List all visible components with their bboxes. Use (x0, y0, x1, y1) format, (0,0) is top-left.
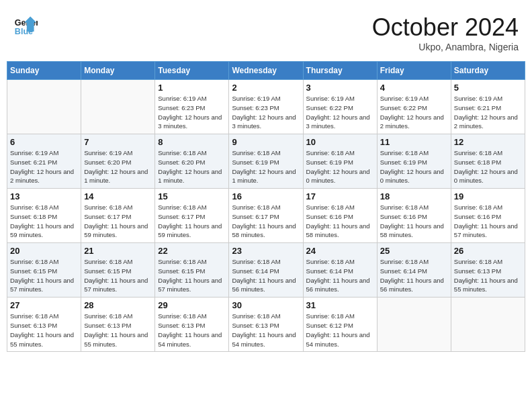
day-number: 30 (232, 300, 300, 310)
day-number: 4 (380, 83, 448, 93)
day-info: Sunrise: 6:18 AM Sunset: 6:14 PM Dayligh… (306, 257, 374, 294)
day-info: Sunrise: 6:18 AM Sunset: 6:13 PM Dayligh… (10, 312, 78, 349)
day-number: 29 (158, 300, 226, 310)
calendar-cell: 20Sunrise: 6:18 AM Sunset: 6:15 PM Dayli… (7, 243, 81, 298)
day-info: Sunrise: 6:18 AM Sunset: 6:19 PM Dayligh… (232, 148, 300, 185)
calendar-cell: 21Sunrise: 6:18 AM Sunset: 6:15 PM Dayli… (81, 243, 155, 298)
calendar-cell: 10Sunrise: 6:18 AM Sunset: 6:19 PM Dayli… (303, 134, 377, 189)
calendar-cell: 8Sunrise: 6:18 AM Sunset: 6:20 PM Daylig… (155, 134, 229, 189)
day-number: 21 (84, 246, 152, 256)
weekday-header-monday: Monday (81, 62, 155, 80)
day-number: 28 (84, 300, 152, 310)
calendar-cell: 22Sunrise: 6:18 AM Sunset: 6:15 PM Dayli… (155, 243, 229, 298)
calendar-week-row: 13Sunrise: 6:18 AM Sunset: 6:18 PM Dayli… (7, 189, 525, 243)
day-info: Sunrise: 6:18 AM Sunset: 6:15 PM Dayligh… (10, 257, 78, 294)
weekday-header-sunday: Sunday (7, 62, 81, 80)
day-info: Sunrise: 6:18 AM Sunset: 6:16 PM Dayligh… (454, 203, 522, 240)
calendar-cell: 26Sunrise: 6:18 AM Sunset: 6:13 PM Dayli… (451, 243, 525, 298)
calendar-cell: 14Sunrise: 6:18 AM Sunset: 6:17 PM Dayli… (81, 189, 155, 243)
calendar-cell: 11Sunrise: 6:18 AM Sunset: 6:19 PM Dayli… (377, 134, 451, 189)
day-number: 16 (232, 191, 300, 201)
day-number: 12 (454, 137, 522, 147)
day-number: 26 (454, 246, 522, 256)
day-number: 22 (158, 246, 226, 256)
day-info: Sunrise: 6:18 AM Sunset: 6:15 PM Dayligh… (158, 257, 226, 294)
day-info: Sunrise: 6:19 AM Sunset: 6:20 PM Dayligh… (84, 148, 152, 185)
day-number: 3 (306, 83, 374, 93)
day-number: 19 (454, 191, 522, 201)
calendar-cell: 31Sunrise: 6:18 AM Sunset: 6:12 PM Dayli… (303, 298, 377, 352)
day-info: Sunrise: 6:18 AM Sunset: 6:16 PM Dayligh… (380, 203, 448, 240)
location: Ukpo, Anambra, Nigeria (372, 42, 519, 52)
weekday-header-wednesday: Wednesday (229, 62, 303, 80)
calendar-cell: 7Sunrise: 6:19 AM Sunset: 6:20 PM Daylig… (81, 134, 155, 189)
day-info: Sunrise: 6:18 AM Sunset: 6:15 PM Dayligh… (84, 257, 152, 294)
calendar-cell: 23Sunrise: 6:18 AM Sunset: 6:14 PM Dayli… (229, 243, 303, 298)
logo-icon: General Blue (13, 13, 38, 38)
day-info: Sunrise: 6:19 AM Sunset: 6:23 PM Dayligh… (232, 94, 300, 131)
calendar-cell (377, 298, 451, 352)
day-number: 2 (232, 83, 300, 93)
day-info: Sunrise: 6:18 AM Sunset: 6:17 PM Dayligh… (84, 203, 152, 240)
day-number: 6 (10, 137, 78, 147)
day-info: Sunrise: 6:18 AM Sunset: 6:14 PM Dayligh… (232, 257, 300, 294)
calendar-week-row: 27Sunrise: 6:18 AM Sunset: 6:13 PM Dayli… (7, 298, 525, 352)
day-info: Sunrise: 6:18 AM Sunset: 6:17 PM Dayligh… (158, 203, 226, 240)
calendar-cell: 24Sunrise: 6:18 AM Sunset: 6:14 PM Dayli… (303, 243, 377, 298)
calendar-cell: 1Sunrise: 6:19 AM Sunset: 6:23 PM Daylig… (155, 80, 229, 134)
logo: General Blue (13, 13, 38, 38)
day-number: 17 (306, 191, 374, 201)
calendar-cell (81, 80, 155, 134)
calendar-cell: 13Sunrise: 6:18 AM Sunset: 6:18 PM Dayli… (7, 189, 81, 243)
day-number: 20 (10, 246, 78, 256)
calendar-cell: 18Sunrise: 6:18 AM Sunset: 6:16 PM Dayli… (377, 189, 451, 243)
day-number: 25 (380, 246, 448, 256)
calendar-week-row: 1Sunrise: 6:19 AM Sunset: 6:23 PM Daylig… (7, 80, 525, 134)
calendar-cell: 15Sunrise: 6:18 AM Sunset: 6:17 PM Dayli… (155, 189, 229, 243)
calendar-cell: 19Sunrise: 6:18 AM Sunset: 6:16 PM Dayli… (451, 189, 525, 243)
page-header: General Blue October 2024 Ukpo, Anambra,… (7, 7, 525, 56)
weekday-header-saturday: Saturday (451, 62, 525, 80)
day-number: 9 (232, 137, 300, 147)
day-number: 31 (306, 300, 374, 310)
day-number: 13 (10, 191, 78, 201)
weekday-header-friday: Friday (377, 62, 451, 80)
title-block: October 2024 Ukpo, Anambra, Nigeria (372, 13, 519, 52)
day-number: 18 (380, 191, 448, 201)
weekday-header-tuesday: Tuesday (155, 62, 229, 80)
day-info: Sunrise: 6:18 AM Sunset: 6:18 PM Dayligh… (10, 203, 78, 240)
day-number: 15 (158, 191, 226, 201)
calendar-cell: 12Sunrise: 6:18 AM Sunset: 6:18 PM Dayli… (451, 134, 525, 189)
day-info: Sunrise: 6:18 AM Sunset: 6:19 PM Dayligh… (306, 148, 374, 185)
calendar-cell: 4Sunrise: 6:19 AM Sunset: 6:22 PM Daylig… (377, 80, 451, 134)
calendar-cell: 30Sunrise: 6:18 AM Sunset: 6:13 PM Dayli… (229, 298, 303, 352)
day-info: Sunrise: 6:18 AM Sunset: 6:20 PM Dayligh… (158, 148, 226, 185)
calendar-cell: 17Sunrise: 6:18 AM Sunset: 6:16 PM Dayli… (303, 189, 377, 243)
day-info: Sunrise: 6:19 AM Sunset: 6:21 PM Dayligh… (10, 148, 78, 185)
day-info: Sunrise: 6:19 AM Sunset: 6:21 PM Dayligh… (454, 94, 522, 131)
calendar-cell: 16Sunrise: 6:18 AM Sunset: 6:17 PM Dayli… (229, 189, 303, 243)
calendar-cell: 5Sunrise: 6:19 AM Sunset: 6:21 PM Daylig… (451, 80, 525, 134)
calendar-cell: 25Sunrise: 6:18 AM Sunset: 6:14 PM Dayli… (377, 243, 451, 298)
day-info: Sunrise: 6:18 AM Sunset: 6:18 PM Dayligh… (454, 148, 522, 185)
calendar-cell: 6Sunrise: 6:19 AM Sunset: 6:21 PM Daylig… (7, 134, 81, 189)
day-number: 23 (232, 246, 300, 256)
weekday-header-thursday: Thursday (303, 62, 377, 80)
calendar-cell (451, 298, 525, 352)
calendar-header-row: SundayMondayTuesdayWednesdayThursdayFrid… (7, 62, 525, 80)
calendar-cell: 28Sunrise: 6:18 AM Sunset: 6:13 PM Dayli… (81, 298, 155, 352)
calendar-cell: 29Sunrise: 6:18 AM Sunset: 6:13 PM Dayli… (155, 298, 229, 352)
day-number: 24 (306, 246, 374, 256)
day-info: Sunrise: 6:18 AM Sunset: 6:14 PM Dayligh… (380, 257, 448, 294)
day-info: Sunrise: 6:18 AM Sunset: 6:13 PM Dayligh… (84, 312, 152, 349)
day-number: 14 (84, 191, 152, 201)
calendar-week-row: 6Sunrise: 6:19 AM Sunset: 6:21 PM Daylig… (7, 134, 525, 189)
day-info: Sunrise: 6:18 AM Sunset: 6:17 PM Dayligh… (232, 203, 300, 240)
month-title: October 2024 (372, 13, 519, 42)
day-number: 1 (158, 83, 226, 93)
day-info: Sunrise: 6:18 AM Sunset: 6:16 PM Dayligh… (306, 203, 374, 240)
day-info: Sunrise: 6:18 AM Sunset: 6:13 PM Dayligh… (232, 312, 300, 349)
calendar-cell: 27Sunrise: 6:18 AM Sunset: 6:13 PM Dayli… (7, 298, 81, 352)
day-info: Sunrise: 6:19 AM Sunset: 6:22 PM Dayligh… (306, 94, 374, 131)
day-number: 11 (380, 137, 448, 147)
